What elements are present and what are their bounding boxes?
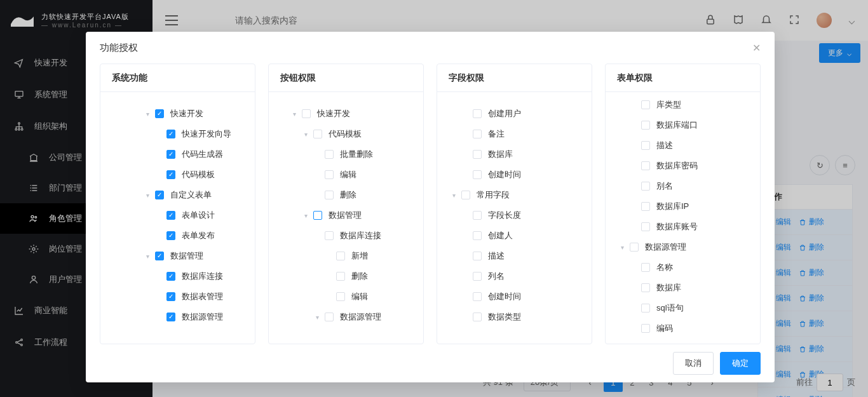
tree-item[interactable]: 代码模板 <box>109 165 246 185</box>
checkbox[interactable] <box>166 211 175 220</box>
tree-item[interactable]: ▾数据源管理 <box>614 237 751 257</box>
tree-item[interactable]: 删除 <box>278 185 414 205</box>
checkbox[interactable] <box>155 252 164 260</box>
tree-item[interactable]: 编辑 <box>278 286 414 307</box>
checkbox[interactable] <box>641 304 650 313</box>
tree-item[interactable]: 数据源管理 <box>109 307 246 327</box>
checkbox[interactable] <box>313 130 322 138</box>
checkbox[interactable] <box>336 292 345 301</box>
tree-item[interactable]: 创建用户 <box>446 104 583 124</box>
tree-item[interactable]: ▾数据源管理 <box>278 307 414 327</box>
tree-item[interactable]: ▾快速开发 <box>109 104 246 124</box>
tree-item[interactable]: ▾自定义表单 <box>109 185 246 205</box>
tree-item[interactable]: 数据库账号 <box>614 217 751 237</box>
tree-item[interactable]: 创建时间 <box>446 165 583 185</box>
expand-icon[interactable]: ▾ <box>618 244 626 251</box>
tree-item[interactable]: ▾快速开发 <box>278 104 414 124</box>
tree-item[interactable]: 数据库连接 <box>109 266 246 286</box>
checkbox[interactable] <box>166 150 175 159</box>
tree-item[interactable]: ▾数据管理 <box>278 205 414 225</box>
checkbox[interactable] <box>155 109 164 118</box>
checkbox[interactable] <box>473 150 482 159</box>
expand-icon[interactable]: ▾ <box>144 111 151 118</box>
tree-item[interactable]: 名称 <box>614 257 751 278</box>
checkbox[interactable] <box>336 272 345 281</box>
tree-item[interactable]: 库类型 <box>614 95 751 115</box>
tree-item[interactable]: 数据库端口 <box>614 115 751 135</box>
tree-item[interactable]: 表单设计 <box>109 205 246 225</box>
checkbox[interactable] <box>473 292 482 301</box>
tree-item[interactable]: 删除 <box>278 266 414 286</box>
tree-item[interactable]: 字段长度 <box>446 205 583 225</box>
tree-item[interactable]: 表单发布 <box>109 225 246 246</box>
checkbox[interactable] <box>325 231 334 240</box>
tree-item[interactable]: 数据库 <box>614 278 751 298</box>
tree-item[interactable]: 批量删除 <box>278 144 414 165</box>
tree-item[interactable]: ▾数据管理 <box>109 246 246 266</box>
tree-item[interactable]: 快速开发向导 <box>109 124 246 144</box>
checkbox[interactable] <box>473 211 482 220</box>
tree-item[interactable]: 编辑 <box>278 165 414 185</box>
checkbox[interactable] <box>155 191 164 199</box>
tree-item[interactable]: 数据类型 <box>446 307 583 327</box>
checkbox[interactable] <box>302 109 311 118</box>
checkbox[interactable] <box>641 202 650 211</box>
expand-icon[interactable]: ▾ <box>302 212 309 219</box>
checkbox[interactable] <box>166 292 175 301</box>
checkbox[interactable] <box>473 170 482 179</box>
checkbox[interactable] <box>313 211 322 220</box>
checkbox[interactable] <box>641 263 650 272</box>
tree-item[interactable]: 数据库 <box>446 144 583 165</box>
tree-item[interactable]: 创建人 <box>446 225 583 246</box>
tree-item[interactable]: 数据库密码 <box>614 156 751 176</box>
expand-icon[interactable]: ▾ <box>144 192 151 199</box>
tree-item[interactable]: 描述 <box>446 246 583 266</box>
tree-item[interactable]: 编码 <box>614 318 751 339</box>
checkbox[interactable] <box>641 100 650 109</box>
tree-item[interactable]: 别名 <box>614 176 751 196</box>
checkbox[interactable] <box>325 150 334 159</box>
checkbox[interactable] <box>473 109 482 118</box>
tree-item[interactable]: 备注 <box>446 124 583 144</box>
checkbox[interactable] <box>630 243 639 252</box>
checkbox[interactable] <box>473 252 482 260</box>
checkbox[interactable] <box>641 324 650 333</box>
tree-item[interactable]: 数据库连接 <box>278 225 414 246</box>
expand-icon[interactable]: ▾ <box>290 111 298 118</box>
tree-item[interactable]: 创建时间 <box>446 286 583 307</box>
expand-icon[interactable]: ▾ <box>302 131 309 138</box>
checkbox[interactable] <box>336 252 345 260</box>
checkbox[interactable] <box>166 130 175 138</box>
checkbox[interactable] <box>325 191 334 199</box>
checkbox[interactable] <box>641 141 650 150</box>
checkbox[interactable] <box>641 161 650 170</box>
checkbox[interactable] <box>325 170 334 179</box>
tree-item[interactable]: 数据表管理 <box>109 286 246 307</box>
checkbox[interactable] <box>641 182 650 191</box>
checkbox[interactable] <box>461 191 470 199</box>
close-icon[interactable]: ✕ <box>752 42 761 54</box>
tree-item[interactable]: 描述 <box>614 135 751 156</box>
expand-icon[interactable]: ▾ <box>144 253 151 260</box>
expand-icon[interactable]: ▾ <box>313 314 321 321</box>
checkbox[interactable] <box>473 313 482 321</box>
tree-item[interactable]: 新增 <box>278 246 414 266</box>
cancel-button[interactable]: 取消 <box>673 352 714 375</box>
tree-item[interactable]: 列名 <box>446 266 583 286</box>
tree-item[interactable]: ▾常用字段 <box>446 185 583 205</box>
checkbox[interactable] <box>473 130 482 138</box>
checkbox[interactable] <box>641 222 650 231</box>
checkbox[interactable] <box>641 121 650 130</box>
checkbox[interactable] <box>325 313 334 321</box>
checkbox[interactable] <box>473 231 482 240</box>
checkbox[interactable] <box>166 231 175 240</box>
checkbox[interactable] <box>166 272 175 281</box>
expand-icon[interactable]: ▾ <box>450 192 458 199</box>
tree-item[interactable]: sql语句 <box>614 298 751 318</box>
confirm-button[interactable]: 确定 <box>720 352 761 375</box>
checkbox[interactable] <box>473 272 482 281</box>
tree-item[interactable]: 数据库IP <box>614 196 751 217</box>
tree-item[interactable]: 代码生成器 <box>109 144 246 165</box>
checkbox[interactable] <box>166 170 175 179</box>
checkbox[interactable] <box>166 313 175 321</box>
